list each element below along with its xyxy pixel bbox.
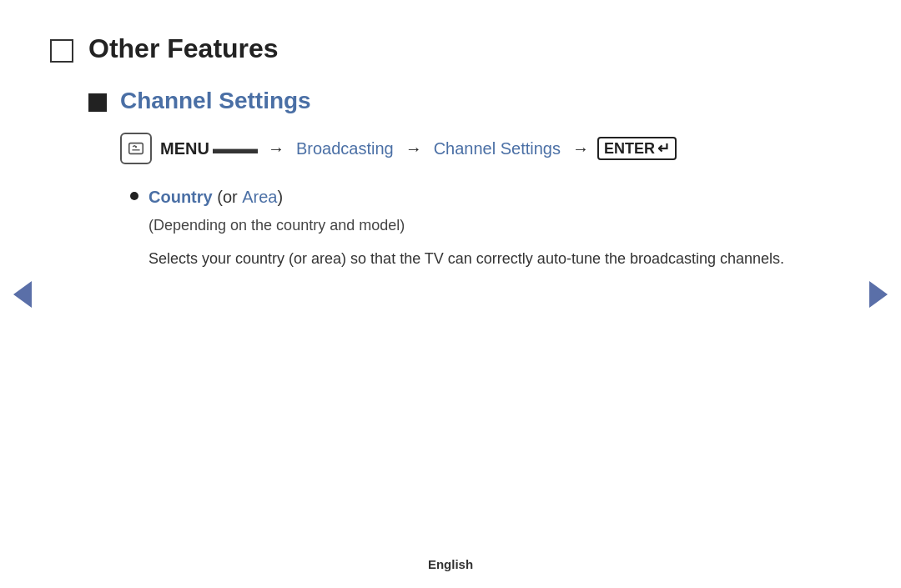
bullet-dot-icon	[130, 192, 138, 200]
country-label: Country	[148, 188, 213, 207]
page-container: Other Features Channel Settings MENU ▬▬▬…	[0, 0, 901, 588]
enter-icon: ENTER↵	[596, 137, 677, 160]
bullet-list: Country (or Area ) (Depending on the cou…	[130, 188, 834, 271]
menu-icon	[120, 133, 152, 164]
enter-arrow-icon: ↵	[657, 139, 670, 158]
channel-settings-title: Channel Settings	[120, 88, 311, 114]
enter-label: ENTER	[604, 140, 655, 158]
arrow2: →	[405, 139, 422, 158]
bullet-header: Country (or Area )	[130, 188, 834, 207]
channel-settings-subsection: Channel Settings MENU ▬▬▬ → Broadcasting…	[88, 88, 834, 271]
language-label: English	[428, 557, 473, 571]
right-arrow-icon	[869, 281, 888, 308]
footer-language: English	[428, 557, 473, 571]
filled-square-icon	[88, 93, 107, 112]
enter-box: ENTER↵	[597, 137, 677, 160]
other-features-section: Other Features	[50, 33, 834, 64]
svg-rect-0	[129, 143, 143, 154]
note-text: (Depending on the country and model)	[148, 214, 834, 238]
menu-label: MENU	[160, 139, 209, 158]
menu-path: MENU ▬▬▬ → Broadcasting → Channel Settin…	[120, 133, 834, 164]
left-arrow-icon	[13, 281, 32, 308]
arrow1: →	[268, 139, 284, 158]
arrow3: →	[572, 139, 589, 158]
description-text: Selects your country (or area) so that t…	[148, 246, 833, 272]
or-text: (or	[213, 188, 243, 207]
next-page-button[interactable]	[866, 282, 891, 307]
prev-page-button[interactable]	[10, 282, 35, 307]
channel-settings-link: Channel Settings	[434, 139, 561, 158]
close-paren: )	[277, 188, 283, 207]
checkbox-icon	[50, 39, 73, 63]
channel-settings-header: Channel Settings	[88, 88, 834, 114]
area-label: Area	[242, 188, 277, 207]
svg-point-2	[135, 146, 137, 148]
country-bullet-item: Country (or Area ) (Depending on the cou…	[130, 188, 834, 271]
other-features-title: Other Features	[88, 33, 279, 64]
broadcasting-link: Broadcasting	[296, 139, 394, 158]
